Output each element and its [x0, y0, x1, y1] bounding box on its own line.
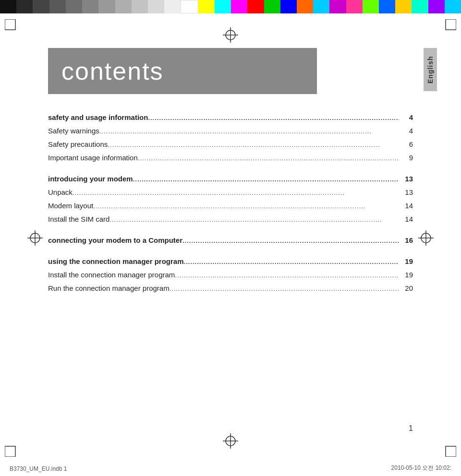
- toc-label-sim: Install the SIM card: [48, 215, 109, 223]
- toc-dots-warnings: [99, 127, 399, 135]
- toc-page-important: 9: [401, 154, 413, 162]
- toc-label-using: using the connection manager program: [48, 257, 184, 265]
- swatch-orange: [297, 0, 313, 13]
- toc-page-safety: 4: [401, 113, 413, 121]
- corner-mark-bl: [5, 433, 29, 457]
- title-block: contents: [48, 48, 317, 94]
- toc-dots-layout: [93, 202, 399, 210]
- swatch-light1: [132, 0, 148, 13]
- toc-entry-layout: Modem layout 14: [48, 202, 413, 212]
- swatch-violet: [428, 0, 445, 13]
- swatch-pink: [346, 0, 363, 13]
- toc-entry-warnings: Safety warnings 4: [48, 127, 413, 137]
- toc-entry-install: Install the connection manager program 1…: [48, 271, 413, 281]
- footer-right: 2010-05-10 오전 10:02:: [391, 464, 451, 472]
- swatch-navy: [379, 0, 395, 13]
- toc-label-unpack: Unpack: [48, 188, 73, 196]
- swatch-light2: [148, 0, 164, 13]
- swatch-light3: [164, 0, 181, 13]
- svg-rect-2: [5, 446, 15, 457]
- toc-entry-unpack: Unpack 13: [48, 188, 413, 199]
- toc-dots-using: [184, 257, 399, 266]
- reg-cross-right: [417, 229, 435, 247]
- footer-left: B3730_UM_EU.indb 1: [10, 465, 67, 472]
- swatch-white: [181, 0, 198, 13]
- toc-entry-run: Run the connection manager program 20: [48, 284, 413, 295]
- toc-dots-sim: [109, 215, 399, 224]
- toc-entry-important: Important usage information 9: [48, 154, 413, 164]
- toc-dots-run: [170, 284, 399, 293]
- swatch-red: [247, 0, 264, 13]
- swatch-skyblue: [445, 0, 461, 13]
- toc-page-layout: 14: [401, 202, 413, 210]
- swatch-magenta: [231, 0, 247, 13]
- toc-dots-precautions: [108, 140, 399, 149]
- toc-entry-sim: Install the SIM card 14: [48, 215, 413, 226]
- toc-entry-safety: safety and usage information 4: [48, 113, 413, 124]
- swatch-dark1: [16, 0, 33, 13]
- toc-label-warnings: Safety warnings: [48, 127, 99, 135]
- reg-cross-top: [222, 26, 239, 44]
- swatch-dark2: [33, 0, 49, 13]
- swatch-black: [0, 0, 16, 13]
- swatch-mid4: [115, 0, 132, 13]
- toc-entry-introducing: introducing your modem 13: [48, 175, 413, 185]
- toc-page-install: 19: [401, 271, 413, 279]
- toc-entry-connecting: connecting your modem to a Computer 16: [48, 236, 413, 247]
- toc-page-run: 20: [401, 284, 413, 292]
- svg-rect-0: [5, 19, 15, 30]
- swatch-blue: [280, 0, 297, 13]
- swatch-mid2: [82, 0, 98, 13]
- toc-page-unpack: 13: [401, 188, 413, 196]
- main-content: contents safety and usage information 4 …: [48, 48, 413, 438]
- swatch-lime: [363, 0, 379, 13]
- corner-mark-tr: [432, 19, 456, 43]
- corner-mark-tl: [5, 19, 29, 43]
- toc-label-run: Run the connection manager program: [48, 284, 170, 292]
- svg-rect-3: [446, 446, 456, 457]
- toc-label-important: Important usage information: [48, 154, 138, 162]
- page-title: contents: [61, 57, 164, 85]
- swatch-lightblue: [313, 0, 329, 13]
- page-number: 1: [409, 424, 413, 433]
- toc-dots-important: [138, 154, 399, 162]
- svg-rect-1: [446, 19, 456, 30]
- toc-label-install: Install the connection manager program: [48, 271, 175, 279]
- swatch-mid3: [98, 0, 115, 13]
- swatch-green: [264, 0, 280, 13]
- corner-mark-br: [432, 433, 456, 457]
- swatch-dark3: [49, 0, 66, 13]
- toc-label-introducing: introducing your modem: [48, 175, 133, 183]
- toc-entry-precautions: Safety precautions 6: [48, 140, 413, 151]
- toc-dots-introducing: [133, 175, 399, 183]
- toc-page-introducing: 13: [401, 175, 413, 183]
- toc-dots-safety: [148, 113, 399, 122]
- swatch-purple: [329, 0, 346, 13]
- toc-label-precautions: Safety precautions: [48, 140, 108, 148]
- swatch-mid1: [66, 0, 82, 13]
- swatch-yellow: [198, 0, 215, 13]
- toc-dots-install: [175, 271, 399, 279]
- color-bar: [0, 0, 461, 13]
- toc-label-safety: safety and usage information: [48, 113, 148, 121]
- toc-page-sim: 14: [401, 215, 413, 223]
- swatch-gold: [395, 0, 412, 13]
- toc-page-connecting: 16: [401, 236, 413, 244]
- toc-dots-connecting: [182, 236, 399, 245]
- toc-page-precautions: 6: [401, 140, 413, 148]
- toc-entry-using: using the connection manager program 19: [48, 257, 413, 268]
- toc-page-warnings: 4: [401, 127, 413, 135]
- swatch-teal: [412, 0, 428, 13]
- language-label: English: [424, 48, 437, 91]
- swatch-cyan: [215, 0, 231, 13]
- toc-page-using: 19: [401, 257, 413, 265]
- toc-label-connecting: connecting your modem to a Computer: [48, 236, 182, 244]
- toc-label-layout: Modem layout: [48, 202, 93, 210]
- table-of-contents: safety and usage information 4 Safety wa…: [48, 113, 413, 295]
- toc-dots-unpack: [73, 188, 399, 197]
- reg-cross-left: [26, 229, 44, 247]
